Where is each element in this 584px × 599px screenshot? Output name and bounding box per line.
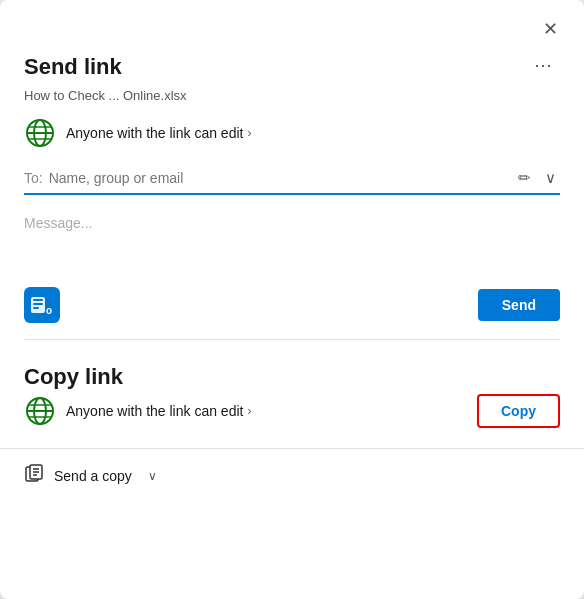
- send-row: o Send: [24, 287, 560, 323]
- permission-row: Anyone with the link can edit ›: [24, 117, 560, 149]
- more-options-button[interactable]: ⋯: [526, 50, 560, 80]
- send-section: Send link ⋯ How to Check ... Online.xlsx…: [0, 46, 584, 339]
- footer-row: Send a copy ∨: [0, 449, 584, 502]
- file-name: How to Check ... Online.xlsx: [24, 88, 560, 103]
- copy-permission-label[interactable]: Anyone with the link can edit ›: [66, 403, 251, 419]
- to-field-row: To: ✏ ∨: [24, 167, 560, 195]
- permission-label[interactable]: Anyone with the link can edit ›: [66, 125, 251, 141]
- copy-section: Copy link Anyone with the link can edit …: [0, 340, 584, 448]
- send-copy-icon: [24, 463, 44, 488]
- dialog-header: ✕: [0, 0, 584, 46]
- send-button[interactable]: Send: [478, 289, 560, 321]
- permission-chevron: ›: [247, 126, 251, 140]
- send-copy-chevron-button[interactable]: ∨: [144, 467, 161, 485]
- close-button[interactable]: ✕: [537, 16, 564, 42]
- outlook-icon: o: [24, 287, 60, 323]
- send-link-title: Send link: [24, 54, 122, 80]
- edit-button[interactable]: ✏: [514, 167, 535, 189]
- copy-permission-chevron: ›: [247, 404, 251, 418]
- message-area[interactable]: Message...: [24, 211, 560, 271]
- svg-text:o: o: [46, 305, 52, 316]
- svg-rect-9: [33, 307, 39, 309]
- chevron-down-button[interactable]: ∨: [541, 167, 560, 189]
- send-link-dialog: ✕ Send link ⋯ How to Check ... Online.xl…: [0, 0, 584, 599]
- copy-link-row: Anyone with the link can edit › Copy: [24, 394, 560, 428]
- to-label: To:: [24, 170, 43, 186]
- copy-permission: Anyone with the link can edit ›: [24, 395, 251, 427]
- copy-globe-icon: [24, 395, 56, 427]
- svg-rect-7: [33, 299, 43, 301]
- to-input[interactable]: [43, 170, 514, 186]
- footer-label: Send a copy: [54, 468, 132, 484]
- globe-icon: [24, 117, 56, 149]
- svg-rect-8: [33, 303, 43, 305]
- copy-link-title: Copy link: [24, 364, 560, 390]
- copy-button[interactable]: Copy: [477, 394, 560, 428]
- to-actions: ✏ ∨: [514, 167, 560, 189]
